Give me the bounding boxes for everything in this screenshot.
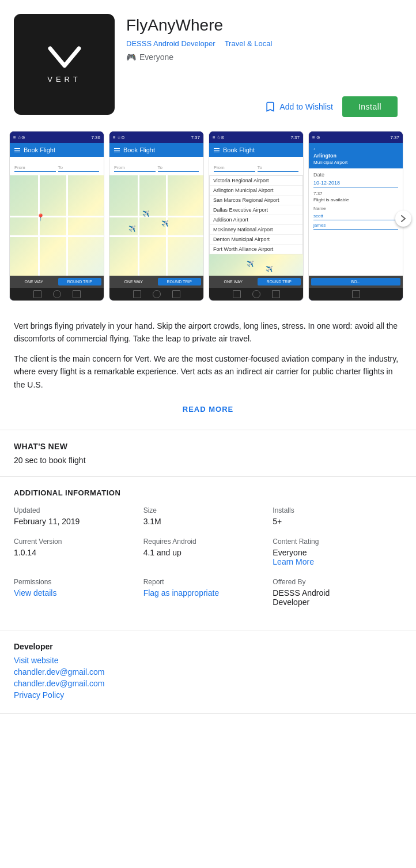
version-item: Current Version 1.0.14 <box>14 538 143 566</box>
hamburger-icon-1 <box>14 148 20 152</box>
app-icon: VERT <box>14 14 115 115</box>
developer-email-2: chandler.dev@gmail.com <box>14 679 402 688</box>
to-input-2: To <box>158 160 199 172</box>
screenshot-1[interactable]: ≡ ☆⊙7:36 Book Flight From To <box>9 131 104 301</box>
screenshot-nav-2 <box>109 288 203 300</box>
vert-chevron-icon <box>47 46 82 72</box>
map-bg-1: 📍 <box>10 175 104 276</box>
from-input-1: From <box>14 160 56 172</box>
installs-value: 5+ <box>273 517 402 526</box>
additional-info-section: ADDITIONAL INFORMATION Updated February … <box>0 477 416 630</box>
airport-dropdown: Victoria Regional Airport Arlington Muni… <box>209 175 303 254</box>
dropdown-item: Arlington Municipal Airport <box>210 186 302 196</box>
screenshot-header-2: Book Flight <box>109 143 203 157</box>
version-label: Current Version <box>14 538 143 546</box>
developer-email-link[interactable]: chandler.dev@gmail.com <box>14 667 402 677</box>
screenshot-3[interactable]: ≡ ☆⊙7:37 Book Flight From To Victoria Re… <box>209 131 304 301</box>
map-bg-2: ✈️ ✈️ ✈️ <box>109 175 203 276</box>
nav-back-1 <box>33 290 41 298</box>
description-section: Vert brings flying privately in your han… <box>0 310 416 430</box>
permissions-item: Permissions View details <box>14 578 143 607</box>
round-trip-btn-2: ROUND TRIP <box>158 278 202 285</box>
screenshots-container: ≡ ☆⊙7:36 Book Flight From To <box>9 131 416 301</box>
nav-back-2 <box>133 290 141 298</box>
requires-item: Requires Android 4.1 and up <box>143 538 273 566</box>
dropdown-item: Denton Municipal Airport <box>210 235 302 245</box>
screenshot-inputs-1: From To <box>10 157 104 175</box>
action-buttons: Add to Wishlist Install <box>126 96 402 117</box>
dropdown-item: Dallas Executive Airport <box>210 205 302 215</box>
offered-by-item: Offered By DESSS AndroidDeveloper <box>273 578 402 607</box>
developer-section: Developer Visit website chandler.dev@gma… <box>0 630 416 713</box>
version-value: 1.0.14 <box>14 548 143 557</box>
nav-back-3 <box>233 290 241 298</box>
rating-row: 🎮 Everyone <box>126 52 402 62</box>
dropdown-item: Fort Worth Alliance Airport <box>210 245 302 254</box>
privacy-policy-link[interactable]: Privacy Policy <box>14 690 402 700</box>
screenshot-header-4: ‹ Arlington Municipal Airport <box>309 143 403 168</box>
app-info: FlyAnyWhere DESSS Android Developer Trav… <box>126 14 402 117</box>
status-bar-3: ≡ ☆⊙7:37 <box>209 131 303 143</box>
info-bottom-grid: Permissions View details Report Flag as … <box>14 578 402 607</box>
permissions-label: Permissions <box>14 578 143 586</box>
offered-by-value: DESSS AndroidDeveloper <box>273 588 402 607</box>
developer-title: Developer <box>14 642 402 651</box>
screenshot-header-1: Book Flight <box>10 143 104 157</box>
screenshot-footer-3: ONE WAY ROUND TRIP <box>209 276 303 288</box>
screenshot-nav-4 <box>309 288 403 300</box>
from-input-2: From <box>114 160 156 172</box>
round-trip-btn-3: ROUND TRIP <box>258 278 301 285</box>
wishlist-button[interactable]: Add to Wishlist <box>264 101 333 112</box>
description-text-1: Vert brings flying privately in your han… <box>14 320 402 345</box>
report-item: Report Flag as inappropriate <box>143 578 273 607</box>
offered-by-label: Offered By <box>273 578 402 586</box>
screenshot-4[interactable]: ≡ ⊙7:37 ‹ Arlington Municipal Airport Da… <box>308 131 403 301</box>
round-trip-btn-1: ROUND TRIP <box>58 278 102 285</box>
dropdown-item: Victoria Regional Airport <box>210 176 302 186</box>
status-bar-2: ≡ ☆⊙7:37 <box>109 131 203 143</box>
info-grid: Updated February 11, 2019 Size 3.1M Inst… <box>14 506 402 566</box>
hamburger-icon-3 <box>214 148 220 152</box>
size-value: 3.1M <box>143 517 273 526</box>
read-more-button[interactable]: READ MORE <box>14 398 402 420</box>
screenshot-2[interactable]: ≡ ☆⊙7:37 Book Flight From To <box>109 131 204 301</box>
screenshot-footer-1: ONE WAY ROUND TRIP <box>10 276 104 288</box>
view-details-link[interactable]: View details <box>14 588 143 598</box>
content-rating-label: Content Rating <box>273 538 402 546</box>
screenshot-body-2: From To ✈️ ✈️ ✈️ ONE WAY <box>109 157 203 300</box>
screenshots-section: ≡ ☆⊙7:36 Book Flight From To <box>0 126 416 310</box>
dropdown-item: McKinney National Airport <box>210 225 302 235</box>
requires-value: 4.1 and up <box>143 548 273 557</box>
nav-home-2 <box>153 290 161 298</box>
nav-recent-1 <box>73 290 81 298</box>
dropdown-item: San Marcos Regional Airport <box>210 196 302 205</box>
updated-item: Updated February 11, 2019 <box>14 506 143 526</box>
dropdown-item: Addison Airport <box>210 215 302 225</box>
nav-recent-2 <box>172 290 180 298</box>
divider-4 <box>0 713 416 714</box>
visit-website-link[interactable]: Visit website <box>14 656 402 665</box>
requires-label: Requires Android <box>143 538 273 546</box>
additional-info-title: ADDITIONAL INFORMATION <box>14 489 402 497</box>
whats-new-section: WHAT'S NEW 20 sec to book flight <box>0 430 416 476</box>
wishlist-label: Add to Wishlist <box>279 102 333 111</box>
flag-link[interactable]: Flag as inappropriate <box>143 588 273 598</box>
screenshot-body-4: Date 10-12-2018 7:37 Flight is available… <box>309 168 403 276</box>
screenshot-map-1: 📍 <box>10 175 104 276</box>
learn-more-link[interactable]: Learn More <box>273 557 402 566</box>
status-bar-4: ≡ ⊙7:37 <box>309 131 403 143</box>
developer-link[interactable]: DESSS Android Developer <box>126 39 215 48</box>
size-label: Size <box>143 506 273 514</box>
screenshot-inputs-2: From To <box>109 157 203 175</box>
next-screenshot-arrow[interactable] <box>395 211 411 227</box>
nav-back-4 <box>352 290 360 298</box>
screenshot-footer-2: ONE WAY ROUND TRIP <box>109 276 203 288</box>
updated-label: Updated <box>14 506 143 514</box>
header-section: VERT FlyAnyWhere DESSS Android Developer… <box>0 0 416 126</box>
app-meta: DESSS Android Developer Travel & Local <box>126 39 402 48</box>
category-link[interactable]: Travel & Local <box>225 39 273 48</box>
hamburger-icon-2 <box>114 148 120 152</box>
install-button[interactable]: Install <box>342 96 398 117</box>
screenshot-footer-4: BO... <box>309 276 403 288</box>
screenshot-body-3: From To Victoria Regional Airport Arling… <box>209 157 303 300</box>
